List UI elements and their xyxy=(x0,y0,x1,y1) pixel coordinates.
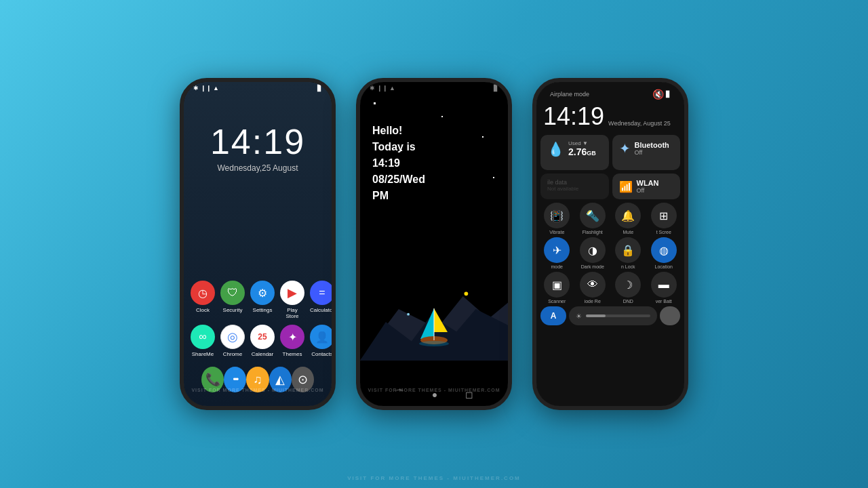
airplane-btn[interactable]: ✈ xyxy=(544,237,570,263)
darkmode-btn[interactable]: ◑ xyxy=(580,237,606,263)
app-icon-clock: ◷ xyxy=(191,281,215,305)
darkmode-label: Dark mode xyxy=(581,264,604,269)
cc-font-btn[interactable]: A xyxy=(540,306,566,325)
svg-point-3 xyxy=(407,313,410,316)
quick-battery: ▬ ver Batt xyxy=(648,272,681,304)
lockscreen-date: Wednesday,25 August xyxy=(184,163,332,173)
phone2-status-bar: ✱ ❙❙ ▲ ▊ xyxy=(360,82,508,94)
bluetooth-tile-title: Bluetooth xyxy=(635,141,669,149)
bluetooth-icon: ✦ xyxy=(619,140,631,157)
dock-bar: 📞 ••• ♫ ◭ ⊙ xyxy=(191,363,325,399)
reading-label: iode Re xyxy=(585,299,601,304)
wlan-tile-row: 📶 WLAN Off xyxy=(619,179,674,194)
phone1-status-bar: ✱ ❙❙ ▲ ▊ xyxy=(184,82,332,94)
bluetooth-tile-info: Bluetooth Off xyxy=(635,141,669,156)
app-playstore[interactable]: ▶ Play Store xyxy=(280,281,304,319)
quick-location: ◍ Location xyxy=(648,237,681,269)
mute-label: Mute xyxy=(623,230,633,235)
svg-point-2 xyxy=(465,291,469,296)
star1 xyxy=(374,102,376,104)
location-btn[interactable]: ◍ xyxy=(651,237,677,263)
app-label-chrome: Chrome xyxy=(223,351,242,357)
lockscreen-time: 14:19 Wednesday,25 August xyxy=(184,121,332,173)
quick-flashlight: 🔦 Flashlight xyxy=(576,203,610,235)
cc-quick-grid-3: ▣ Scanner 👁 iode Re ☽ DND ▬ ver Batt xyxy=(540,272,680,304)
cc-extra-btn[interactable] xyxy=(660,306,680,325)
watermark2: VISIT FOR MORE THEMES - MIUITHEMER.COM xyxy=(360,388,508,392)
mute-btn[interactable]: 🔔 xyxy=(615,203,641,228)
phone3-status-icons: 🔇 ▊ xyxy=(652,89,671,100)
app-chrome[interactable]: ◎ Chrome xyxy=(220,325,245,357)
app-icon-themes: ✦ xyxy=(280,325,304,349)
app-icon-chrome: ◎ xyxy=(220,325,245,349)
cc-mid-tiles: ile data Not available 📶 WLAN Off xyxy=(540,174,680,199)
app-clock[interactable]: ◷ Clock xyxy=(191,281,215,319)
data-drop-icon: 💧 xyxy=(547,141,564,157)
phone1-status-left: ✱ ❙❙ ▲ xyxy=(193,85,219,92)
hello-line1: Hello! xyxy=(372,123,425,139)
app-security[interactable]: 🛡 Security xyxy=(220,281,245,319)
cc-bottom-row: A ☀ xyxy=(540,306,680,325)
svg-marker-4 xyxy=(420,308,434,339)
scanner-btn[interactable]: ▣ xyxy=(544,272,570,298)
dnd-label: DND xyxy=(623,299,633,304)
app-contacts[interactable]: 👤 Contacts xyxy=(310,325,334,357)
dnd-btn[interactable]: ☽ xyxy=(615,272,641,298)
app-icon-calculator: = xyxy=(310,281,334,305)
flashlight-btn[interactable]: 🔦 xyxy=(580,203,606,228)
wlan-status: Off xyxy=(637,187,659,194)
wlan-tile-info: WLAN Off xyxy=(637,179,659,194)
mobile-data-title: ile data xyxy=(547,179,602,186)
cc-clock: 14:19 xyxy=(543,102,604,131)
phone3-screen: Airplane mode 🔇 ▊ 14:19 Wednesday, Augus… xyxy=(536,82,684,406)
slider-track xyxy=(586,314,650,317)
app-label-themes: Themes xyxy=(283,351,302,357)
battery-btn[interactable]: ▬ xyxy=(651,272,677,298)
cc-mobile-data-tile[interactable]: ile data Not available xyxy=(540,174,609,199)
brightness-icon: ☀ xyxy=(576,312,582,320)
quick-reading: 👁 iode Re xyxy=(576,272,610,304)
cc-date: Wednesday, August 25 xyxy=(608,120,671,127)
cc-brightness-slider[interactable]: ☀ xyxy=(569,306,657,325)
hello-text-block: Hello! Today is 14:19 08/25/Wed PM xyxy=(372,123,425,204)
screenshot-btn[interactable]: ⊞ xyxy=(651,203,677,228)
wlan-icon: 📶 xyxy=(619,180,633,193)
cc-time-row: 14:19 Wednesday, August 25 xyxy=(540,102,680,131)
cc-bluetooth-tile[interactable]: ✦ Bluetooth Off xyxy=(612,135,681,170)
app-icon-calendar: 25 xyxy=(250,325,275,349)
vibrate-btn[interactable]: 📳 xyxy=(544,203,570,228)
phone3-status-bar: Airplane mode 🔇 ▊ xyxy=(540,86,680,102)
app-label-security: Security xyxy=(223,307,243,313)
global-watermark: VISIT FOR MORE THEMES - MIUITHEMER.COM xyxy=(0,475,868,481)
wlan-title: WLAN xyxy=(637,179,659,187)
app-label-playstore: Play Store xyxy=(280,307,304,319)
app-settings[interactable]: ⚙ Settings xyxy=(250,281,275,319)
app-themes[interactable]: ✦ Themes xyxy=(280,325,304,357)
app-calculator[interactable]: = Calculator xyxy=(310,281,334,319)
flashlight-label: Flashlight xyxy=(583,230,603,235)
app-label-clock: Clock xyxy=(196,307,210,313)
quick-screenshot: ⊞ t Scree xyxy=(648,203,681,235)
lockscreen-clock: 14:19 xyxy=(184,121,332,162)
quick-darkmode: ◑ Dark mode xyxy=(576,237,610,269)
home-apps: ◷ Clock 🛡 Security ⚙ Settings ▶ Play Sto… xyxy=(184,274,332,406)
boat xyxy=(414,302,454,352)
cc-data-tile[interactable]: 💧 Used ▼ 2.76GB xyxy=(540,135,609,170)
phone2-screen: ✱ ❙❙ ▲ ▊ Hello! Today is 14:19 08/25/Wed… xyxy=(360,82,508,406)
cc-quick-grid-1: 📳 Vibrate 🔦 Flashlight 🔔 Mute ⊞ t Scree xyxy=(540,203,680,235)
app-calendar[interactable]: 25 Calendar xyxy=(250,325,275,357)
hello-line3: 14:19 xyxy=(372,155,425,171)
quick-vibrate: 📳 Vibrate xyxy=(540,203,574,235)
reading-btn[interactable]: 👁 xyxy=(580,272,606,298)
location-label: Location xyxy=(655,264,673,269)
app-shareme[interactable]: ∞ ShareMe xyxy=(191,325,215,357)
data-tile-value: 2.76GB xyxy=(568,146,596,157)
svg-point-8 xyxy=(419,341,449,346)
quick-dnd: ☽ DND xyxy=(612,272,645,304)
quick-airplane: ✈ mode xyxy=(540,237,574,269)
app-icon-security: 🛡 xyxy=(220,281,245,305)
cc-wlan-tile[interactable]: 📶 WLAN Off xyxy=(612,174,681,199)
app-label-calculator: Calculator xyxy=(310,307,334,313)
bluetooth-tile-row: ✦ Bluetooth Off xyxy=(619,140,674,157)
lock-btn[interactable]: 🔒 xyxy=(615,237,641,263)
